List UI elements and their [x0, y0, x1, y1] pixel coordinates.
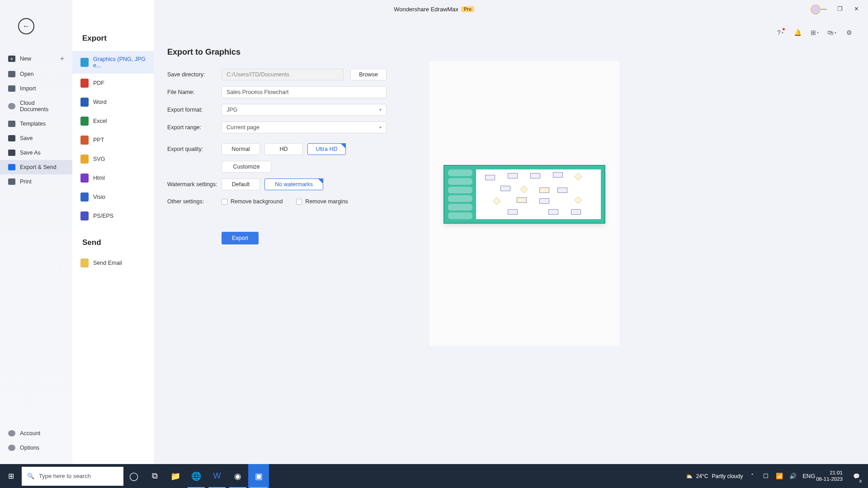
watermark-label: Watermark settings:	[167, 181, 222, 188]
browse-button[interactable]: Browse	[350, 69, 387, 80]
nav-item-templates[interactable]: Templates	[0, 117, 72, 131]
close-button[interactable]: ✕	[848, 2, 864, 15]
nav-item-account[interactable]: Account	[0, 426, 72, 441]
nav-item-export-send[interactable]: Export & Send	[0, 160, 72, 174]
nav-label: New	[20, 56, 31, 62]
explorer-icon[interactable]: 📁	[165, 464, 186, 488]
main-form: Export to Graphics Save directory: Brows…	[167, 47, 854, 464]
wifi-icon[interactable]: 📶	[775, 473, 783, 479]
time: 21:01	[816, 470, 843, 476]
nav-item-saveas[interactable]: Save As	[0, 145, 72, 160]
chk-remove-margins[interactable]: Remove margins	[296, 198, 348, 205]
fmt-item-html[interactable]: Html	[72, 169, 154, 188]
file-name-input[interactable]	[222, 86, 387, 98]
cloud-icon	[8, 103, 15, 109]
word-icon[interactable]: W	[207, 464, 227, 488]
nav-item-cloud[interactable]: Cloud Documents	[0, 96, 72, 117]
chrome-icon[interactable]: ◉	[227, 464, 248, 488]
fmt-item-visio[interactable]: Visio	[72, 188, 154, 206]
other-checks: Remove background Remove margins	[222, 198, 348, 205]
nav-label: Save As	[20, 150, 41, 156]
cortana-icon[interactable]: ◯	[123, 464, 144, 488]
fmt-item-ppt[interactable]: PPT	[72, 131, 154, 150]
format-select[interactable]: JPG ▾	[222, 104, 387, 116]
notifications-button[interactable]: 💬 8	[848, 464, 864, 488]
nav-label: Templates	[20, 121, 46, 127]
minimize-button[interactable]: —	[816, 2, 832, 15]
fmt-label: PPT	[93, 137, 104, 143]
volume-icon[interactable]: 🔊	[789, 473, 797, 479]
apps-icon[interactable]: ⊞▾	[809, 27, 820, 38]
chk-label: Remove background	[231, 198, 283, 205]
arrow-left-icon: ←	[23, 22, 30, 30]
shop-icon[interactable]: 🛍▾	[826, 27, 837, 38]
fmt-item-pdf[interactable]: PDF	[72, 74, 154, 93]
fmt-item-word[interactable]: Word	[72, 93, 154, 112]
print-icon	[8, 178, 15, 185]
customize-button[interactable]: Customize	[222, 161, 271, 173]
export-button[interactable]: Export	[222, 232, 259, 244]
fmt-label: Html	[93, 175, 105, 181]
fmt-label: Visio	[93, 194, 105, 200]
fmt-item-excel[interactable]: Excel	[72, 112, 154, 131]
nav-label: Export & Send	[20, 164, 57, 170]
nav-label: Import	[20, 85, 36, 92]
flowchart-nodes	[481, 172, 598, 216]
quality-normal[interactable]: Normal	[222, 143, 260, 155]
checkbox-icon	[222, 199, 227, 205]
notification-count: 8	[859, 479, 862, 483]
onedrive-icon[interactable]: ☐	[762, 473, 770, 479]
export-icon	[8, 164, 15, 170]
pro-badge: Pro	[461, 6, 474, 12]
file-name-label: File Name:	[167, 89, 222, 95]
nav-label: Account	[20, 430, 40, 436]
maximize-button[interactable]: ❐	[832, 2, 848, 15]
checkbox-icon	[296, 199, 302, 205]
date: 08-11-2023	[816, 476, 843, 482]
quality-hd[interactable]: HD	[264, 143, 303, 155]
window-controls: — ❐ ✕	[816, 2, 864, 15]
tray-expand-icon[interactable]: ˄	[748, 473, 756, 479]
format-label: Export format:	[167, 107, 222, 113]
fmt-item-email[interactable]: Send Email	[72, 253, 154, 272]
nav-item-save[interactable]: Save	[0, 131, 72, 145]
fmt-item-graphics[interactable]: Graphics (PNG, JPG e...	[72, 51, 154, 74]
chevron-down-icon: ▾	[817, 31, 819, 35]
save-icon	[8, 135, 15, 141]
visio-icon	[80, 192, 89, 202]
range-select[interactable]: Current page ▾	[222, 122, 387, 133]
nav-item-options[interactable]: Options	[0, 441, 72, 455]
start-button[interactable]: ⊞	[0, 464, 22, 488]
gear-icon[interactable]: ⚙	[844, 27, 854, 38]
bell-icon[interactable]: 🔔	[792, 27, 803, 38]
chk-remove-bg[interactable]: Remove background	[222, 198, 283, 205]
lang-indicator[interactable]: ENG	[802, 473, 811, 479]
import-icon	[8, 85, 15, 92]
taskview-icon[interactable]: ⧉	[144, 464, 165, 488]
formats-column: Export Graphics (PNG, JPG e... PDF Word …	[72, 0, 154, 464]
nav-item-new[interactable]: New +	[0, 51, 72, 67]
edge-icon[interactable]: 🌐	[186, 464, 207, 488]
clock[interactable]: 21:01 08-11-2023	[816, 470, 843, 482]
plus-icon[interactable]: +	[60, 55, 64, 63]
nav-label: Save	[20, 135, 33, 141]
watermark-none[interactable]: No watermarks	[264, 178, 323, 190]
nav-item-print[interactable]: Print	[0, 174, 72, 189]
taskbar: ⊞ 🔍 Type here to search ◯ ⧉ 📁 🌐 W ◉ ▣ ⛅ …	[0, 464, 868, 488]
nav-item-import[interactable]: Import	[0, 81, 72, 96]
fmt-item-ps[interactable]: PS/EPS	[72, 206, 154, 225]
search-icon: 🔍	[27, 473, 34, 479]
quality-ultrahd[interactable]: Ultra HD	[307, 143, 346, 155]
preview-panel	[429, 61, 619, 346]
weather-text: Partly cloudy	[712, 473, 743, 479]
edrawmax-icon[interactable]: ▣	[248, 464, 269, 488]
help-icon[interactable]: ?▾	[775, 27, 786, 38]
back-button[interactable]: ←	[18, 18, 34, 34]
watermark-default[interactable]: Default	[222, 178, 260, 190]
fmt-item-svg[interactable]: SVG	[72, 150, 154, 169]
nav-item-open[interactable]: Open	[0, 67, 72, 81]
weather-widget[interactable]: ⛅ 24°C Partly cloudy	[686, 473, 743, 479]
word-icon	[80, 98, 89, 107]
save-dir-input[interactable]	[222, 69, 344, 80]
taskbar-search[interactable]: 🔍 Type here to search	[22, 467, 123, 486]
